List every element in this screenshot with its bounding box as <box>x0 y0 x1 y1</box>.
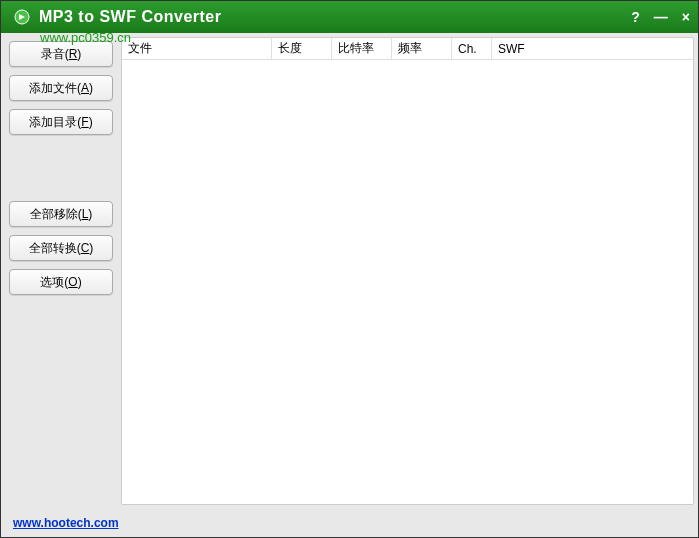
convert-all-button[interactable]: 全部转换(C) <box>9 235 113 261</box>
add-file-button[interactable]: 添加文件(A) <box>9 75 113 101</box>
window-controls: ? — × <box>631 10 690 24</box>
add-file-label: 添加文件(A) <box>29 80 93 97</box>
spacer <box>9 143 113 193</box>
body: 录音(R) 添加文件(A) 添加目录(F) 全部移除(L) 全部转换(C) 选项… <box>1 33 698 509</box>
window-title: MP3 to SWF Converter <box>39 8 631 26</box>
column-header-swf[interactable]: SWF <box>492 38 693 59</box>
remove-all-button[interactable]: 全部移除(L) <box>9 201 113 227</box>
titlebar: MP3 to SWF Converter ? — × <box>1 1 698 33</box>
column-header-frequency[interactable]: 频率 <box>392 38 452 59</box>
footer-link[interactable]: www.hootech.com <box>13 516 119 530</box>
record-button[interactable]: 录音(R) <box>9 41 113 67</box>
minimize-button[interactable]: — <box>654 10 668 24</box>
add-folder-button[interactable]: 添加目录(F) <box>9 109 113 135</box>
table-header: 文件 长度 比特率 频率 Ch. SWF <box>122 38 693 60</box>
remove-all-label: 全部移除(L) <box>30 206 93 223</box>
convert-all-label: 全部转换(C) <box>29 240 94 257</box>
add-folder-label: 添加目录(F) <box>29 114 92 131</box>
record-label: 录音(R) <box>41 46 82 63</box>
column-header-file[interactable]: 文件 <box>122 38 272 59</box>
column-header-length[interactable]: 长度 <box>272 38 332 59</box>
app-window: MP3 to SWF Converter ? — × 录音(R) 添加文件(A)… <box>0 0 699 538</box>
footer: www.hootech.com <box>1 509 698 537</box>
help-button[interactable]: ? <box>631 10 640 24</box>
options-label: 选项(O) <box>40 274 81 291</box>
app-icon <box>13 8 31 26</box>
column-header-bitrate[interactable]: 比特率 <box>332 38 392 59</box>
column-header-channels[interactable]: Ch. <box>452 38 492 59</box>
close-button[interactable]: × <box>682 10 690 24</box>
sidebar: 录音(R) 添加文件(A) 添加目录(F) 全部移除(L) 全部转换(C) 选项… <box>1 33 121 509</box>
main-panel: 文件 长度 比特率 频率 Ch. SWF <box>121 37 694 505</box>
table-body[interactable] <box>122 60 693 504</box>
options-button[interactable]: 选项(O) <box>9 269 113 295</box>
